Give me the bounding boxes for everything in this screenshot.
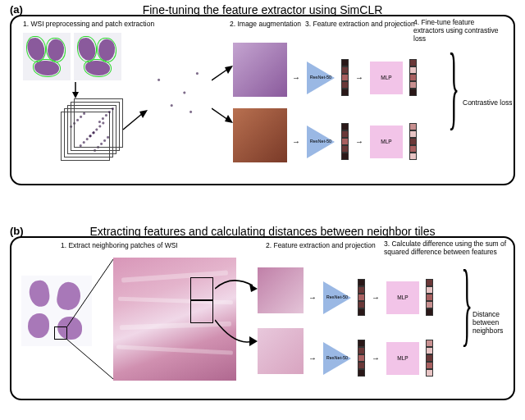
step-b2: 2. Feature extraction and projection — [266, 241, 376, 249]
wsi-pair — [23, 33, 121, 82]
svg-line-9 — [67, 340, 113, 379]
arrow-right-icon: → — [292, 137, 300, 146]
svg-marker-7 — [225, 115, 233, 123]
neighbor-patch-2 — [258, 328, 304, 374]
feature-vector — [341, 123, 349, 160]
wsi-image — [74, 33, 121, 80]
svg-line-8 — [67, 259, 113, 326]
arrow-right-icon — [121, 108, 149, 133]
arrow-right-icon: → — [355, 137, 363, 146]
neighbor-patch-1 — [258, 267, 304, 313]
projection-vector — [409, 123, 417, 160]
wsi-image — [23, 33, 71, 80]
feature-vector — [358, 340, 365, 377]
aug-patch-2 — [233, 108, 287, 162]
svg-marker-11 — [249, 336, 258, 346]
svg-marker-5 — [225, 66, 233, 74]
resnet-block: ResNet-50 — [307, 62, 335, 94]
arrow-right-icon — [212, 107, 235, 123]
pipeline-row-b2: → ResNet-50 → MLP — [308, 340, 433, 377]
arrow-down-icon — [69, 82, 82, 98]
arrow-right-icon: → — [308, 354, 317, 363]
projection-vector — [426, 340, 433, 377]
panel-b: (b) Extracting features and calculating … — [10, 236, 515, 400]
resnet-block: ResNet-50 — [307, 126, 335, 158]
feature-vector — [341, 59, 349, 96]
pipeline-row-1: → ResNet-50 → MLP — [292, 59, 417, 96]
neighbor-box-2 — [190, 300, 213, 323]
arrow-right-icon: → — [308, 293, 317, 302]
step-b3: 3. Calculate difference using the sum of… — [384, 240, 507, 256]
arrow-right-icon — [212, 66, 235, 82]
mlp-block: MLP — [386, 342, 419, 375]
augmented-patches — [233, 43, 287, 162]
selection-box — [54, 326, 67, 340]
output-label-b: Distance between neighbors — [472, 310, 517, 335]
resnet-block: ResNet-50 — [323, 342, 351, 375]
step-a2: 2. Image augmentation — [230, 20, 301, 28]
panel-b-title: Extracting features and calculating dist… — [11, 225, 514, 238]
single-patch — [146, 61, 210, 125]
projection-vector — [426, 279, 433, 316]
svg-marker-1 — [72, 92, 79, 98]
feature-vector — [358, 279, 365, 316]
resnet-block: ResNet-50 — [323, 281, 351, 314]
arrow-right-icon: → — [372, 293, 380, 302]
pipeline-row-2: → ResNet-50 → MLP — [292, 123, 417, 160]
svg-line-2 — [123, 113, 143, 130]
arrow-right-icon: → — [292, 73, 300, 82]
mlp-block: MLP — [370, 126, 403, 158]
brace-icon: } — [461, 256, 472, 350]
arrow-right-icon: → — [372, 354, 380, 363]
pipeline-row-b1: → ResNet-50 → MLP — [308, 279, 433, 316]
brace-icon: } — [448, 39, 459, 134]
svg-line-6 — [212, 108, 228, 120]
arrow-curve-icon — [215, 274, 259, 299]
arrow-curve-icon — [215, 317, 259, 349]
panel-a: (a) Fine-tuning the feature extractor us… — [10, 15, 515, 185]
neighbor-box-1 — [190, 277, 213, 300]
panel-a-title: Fine-tuning the feature extractor using … — [11, 3, 514, 16]
aug-patch-1 — [233, 43, 287, 97]
mlp-block: MLP — [370, 62, 403, 94]
projection-vector — [409, 59, 417, 96]
patch-stack — [61, 98, 123, 161]
mlp-block: MLP — [386, 281, 419, 314]
output-label-a: Contrastive loss — [463, 98, 520, 107]
arrow-right-icon: → — [355, 73, 363, 82]
step-a1: 1. WSI preprocessing and patch extractio… — [23, 20, 154, 28]
svg-line-4 — [212, 69, 228, 80]
svg-marker-10 — [249, 284, 258, 292]
step-b1: 1. Extract neighboring patches of WSI — [61, 241, 178, 249]
zoom-lines-icon — [67, 258, 116, 381]
step-a3: 3. Feature extraction and projection — [305, 20, 415, 28]
